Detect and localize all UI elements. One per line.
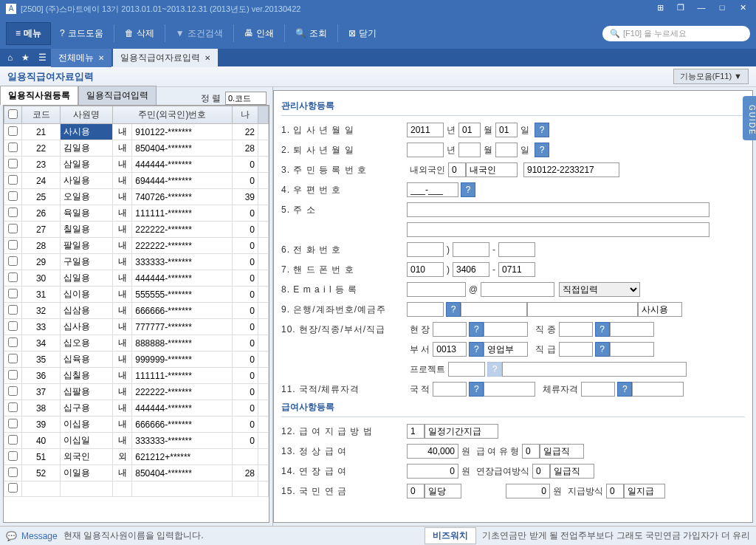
row-checkbox[interactable] xyxy=(8,126,18,136)
rank-name-input[interactable] xyxy=(610,342,654,357)
close-tab-button[interactable]: ⊠닫기 xyxy=(341,23,384,44)
pay-type-code-input[interactable] xyxy=(522,444,540,459)
global-search[interactable]: 🔍[F10] 을 누르세요 xyxy=(602,26,750,41)
hire-month-input[interactable] xyxy=(458,123,481,137)
row-checkbox[interactable] xyxy=(8,240,18,250)
help-icon[interactable]: ? xyxy=(535,143,549,157)
help-icon[interactable]: ? xyxy=(461,182,475,197)
row-checkbox[interactable] xyxy=(8,256,18,266)
row-checkbox[interactable] xyxy=(8,337,18,347)
table-row[interactable]: 39이십용내666666-*******0 xyxy=(4,417,269,433)
list-icon[interactable]: ☰ xyxy=(34,52,51,63)
email-domain-input[interactable] xyxy=(481,282,554,297)
code-help-button[interactable]: ?코드도움 xyxy=(52,23,111,44)
row-checkbox[interactable] xyxy=(8,159,18,168)
help-icon[interactable]: ? xyxy=(535,123,549,137)
pay-method-code-input[interactable] xyxy=(407,424,425,439)
row-checkbox[interactable] xyxy=(8,305,18,315)
overtime-type-code-input[interactable] xyxy=(532,464,550,479)
row-checkbox[interactable] xyxy=(8,370,18,380)
table-row[interactable]: 33십사용내777777-*******0 xyxy=(4,319,269,335)
table-row[interactable]: 51외국인외621212+****** xyxy=(4,449,269,465)
site-code-input[interactable] xyxy=(433,322,467,337)
menu-button[interactable]: ≡메뉴 xyxy=(6,22,51,45)
print-button[interactable]: 🖶인쇄 xyxy=(237,23,281,44)
table-row[interactable]: 28팔일용내222222-*******0 xyxy=(4,238,269,254)
tel3-input[interactable] xyxy=(498,242,535,257)
jobtype-name-input[interactable] xyxy=(610,322,654,337)
dept-name-input[interactable] xyxy=(484,342,528,357)
address2-input[interactable] xyxy=(407,222,709,237)
stay-code-input[interactable] xyxy=(581,382,615,397)
close-button[interactable]: ✕ xyxy=(735,3,750,15)
table-row[interactable]: 37십팔용내222222-*******0 xyxy=(4,384,269,400)
tab-current[interactable]: 일용직급여자료입력✕ xyxy=(113,49,218,67)
tab-all-menu[interactable]: 전체메뉴✕ xyxy=(51,49,111,67)
project-code-input[interactable] xyxy=(448,362,485,377)
row-checkbox[interactable] xyxy=(8,402,18,412)
mob1-input[interactable] xyxy=(407,262,444,277)
lookup-button[interactable]: 🔍조회 xyxy=(288,23,334,44)
row-checkbox[interactable] xyxy=(8,419,18,428)
overtime-type-text-input[interactable] xyxy=(550,464,594,479)
hire-year-input[interactable] xyxy=(407,123,444,137)
help-icon[interactable]: ? xyxy=(469,342,484,357)
email-local-input[interactable] xyxy=(407,282,466,297)
row-checkbox[interactable] xyxy=(8,435,18,445)
mob2-input[interactable] xyxy=(453,262,489,277)
row-checkbox[interactable] xyxy=(8,451,18,461)
jobtype-code-input[interactable] xyxy=(559,322,593,337)
nat-name-input[interactable] xyxy=(484,382,535,397)
address1-input[interactable] xyxy=(407,202,709,217)
tel2-input[interactable] xyxy=(453,242,489,257)
row-checkbox[interactable] xyxy=(8,289,18,298)
table-row[interactable]: 25오일용내740726-*******39 xyxy=(4,189,269,205)
table-row[interactable]: 52이일용내850404-*******28 xyxy=(4,465,269,481)
row-checkbox[interactable] xyxy=(8,467,18,477)
function-menu-button[interactable]: 기능모음(F11) ▼ xyxy=(673,69,749,84)
rank-code-input[interactable] xyxy=(559,342,593,357)
help-icon[interactable]: ? xyxy=(446,302,461,317)
row-checkbox[interactable] xyxy=(8,175,18,185)
foreigner-text-input[interactable] xyxy=(466,162,518,177)
email-domain-select[interactable]: 직접입력 xyxy=(559,282,640,297)
foreigner-code-input[interactable] xyxy=(448,162,466,177)
table-row[interactable]: 26육일용내111111-*******0 xyxy=(4,205,269,222)
pension-paytype-code-input[interactable] xyxy=(606,484,624,498)
dept-code-input[interactable] xyxy=(433,342,467,357)
cond-search-button[interactable]: ▼조건검색 xyxy=(168,23,230,44)
bank-code-input[interactable] xyxy=(407,302,444,317)
subtab-pay-input[interactable]: 일용직급여입력 xyxy=(78,86,157,105)
nat-code-input[interactable] xyxy=(433,382,467,397)
table-row[interactable]: 23삼일용내444444-*******0 xyxy=(4,157,269,173)
bizwatch-button[interactable]: 비즈워치 xyxy=(425,527,476,544)
owner-input[interactable] xyxy=(638,302,682,317)
table-row[interactable]: 27칠일용내222222-*******0 xyxy=(4,222,269,238)
table-row[interactable]: 24사일용내694444-*******0 xyxy=(4,173,269,189)
site-name-input[interactable] xyxy=(484,322,528,337)
hire-day-input[interactable] xyxy=(495,123,518,137)
table-row[interactable]: 30십일용내444444-*******0 xyxy=(4,270,269,287)
normal-pay-input[interactable] xyxy=(407,444,458,459)
row-checkbox[interactable] xyxy=(8,354,18,363)
overtime-pay-input[interactable] xyxy=(407,464,458,479)
help-icon[interactable]: ? xyxy=(617,382,632,397)
minimize-button[interactable]: — xyxy=(694,3,709,15)
pay-type-text-input[interactable] xyxy=(540,444,584,459)
cascade-icon[interactable]: ❐ xyxy=(673,3,688,15)
table-row[interactable]: 34십오용내888888-*******0 xyxy=(4,335,269,352)
delete-button[interactable]: 🗑삭제 xyxy=(117,23,162,44)
close-icon[interactable]: ✕ xyxy=(98,54,104,62)
pension-text-input[interactable] xyxy=(425,484,461,498)
table-row[interactable]: 31십이용내555555-*******0 xyxy=(4,287,269,303)
help-icon[interactable]: ? xyxy=(595,322,610,337)
leave-day-input[interactable] xyxy=(495,143,518,157)
row-checkbox[interactable] xyxy=(8,386,18,396)
table-row[interactable]: 29구일용내333333-*******0 xyxy=(4,254,269,270)
tel1-input[interactable] xyxy=(407,242,444,257)
table-row[interactable]: 38십구용내444444-*******0 xyxy=(4,400,269,417)
check-all[interactable] xyxy=(8,109,18,119)
row-checkbox[interactable] xyxy=(8,272,18,282)
book-icon[interactable]: ⊞ xyxy=(653,3,667,15)
table-row[interactable] xyxy=(4,481,269,497)
